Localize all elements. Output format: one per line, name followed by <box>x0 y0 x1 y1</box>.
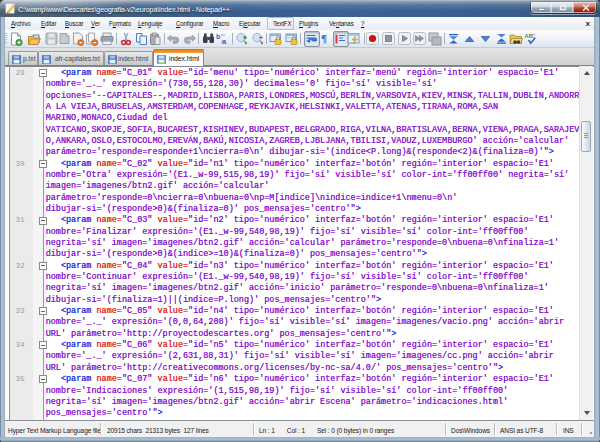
svg-text:a: a <box>222 37 227 45</box>
svg-text:b: b <box>216 33 220 40</box>
svg-text:C: C <box>531 33 535 39</box>
svg-text:¶: ¶ <box>321 32 327 44</box>
